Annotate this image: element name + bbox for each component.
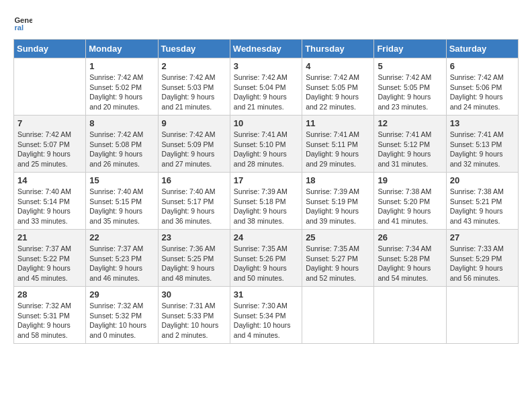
day-info: Sunrise: 7:42 AM Sunset: 5:05 PM Dayligh… (378, 73, 442, 112)
day-number: 27 (450, 232, 515, 242)
calendar-cell: 26Sunrise: 7:34 AM Sunset: 5:28 PM Dayli… (374, 230, 446, 287)
day-info: Sunrise: 7:42 AM Sunset: 5:06 PM Dayligh… (450, 73, 515, 112)
day-info: Sunrise: 7:40 AM Sunset: 5:14 PM Dayligh… (17, 187, 82, 226)
day-info: Sunrise: 7:33 AM Sunset: 5:29 PM Dayligh… (450, 244, 515, 283)
day-number: 15 (89, 175, 154, 185)
calendar-week-row: 28Sunrise: 7:32 AM Sunset: 5:31 PM Dayli… (14, 287, 519, 344)
day-info: Sunrise: 7:40 AM Sunset: 5:15 PM Dayligh… (89, 187, 154, 226)
day-info: Sunrise: 7:42 AM Sunset: 5:04 PM Dayligh… (234, 73, 298, 112)
day-number: 10 (234, 118, 298, 128)
column-header-saturday: Saturday (446, 40, 518, 58)
day-number: 9 (162, 118, 226, 128)
day-number: 13 (450, 118, 515, 128)
day-info: Sunrise: 7:42 AM Sunset: 5:08 PM Dayligh… (89, 130, 154, 169)
day-info: Sunrise: 7:32 AM Sunset: 5:32 PM Dayligh… (89, 301, 154, 340)
column-header-thursday: Thursday (302, 40, 374, 58)
calendar-cell: 18Sunrise: 7:39 AM Sunset: 5:19 PM Dayli… (302, 173, 374, 230)
calendar-cell: 30Sunrise: 7:31 AM Sunset: 5:33 PM Dayli… (158, 287, 230, 344)
calendar-cell: 6Sunrise: 7:42 AM Sunset: 5:06 PM Daylig… (446, 58, 518, 116)
calendar-cell: 13Sunrise: 7:41 AM Sunset: 5:13 PM Dayli… (446, 116, 518, 173)
day-info: Sunrise: 7:39 AM Sunset: 5:18 PM Dayligh… (234, 187, 298, 226)
header: Gene ral (13, 13, 519, 32)
column-header-sunday: Sunday (14, 40, 86, 58)
day-info: Sunrise: 7:35 AM Sunset: 5:26 PM Dayligh… (234, 244, 298, 283)
day-info: Sunrise: 7:37 AM Sunset: 5:23 PM Dayligh… (89, 244, 154, 283)
day-info: Sunrise: 7:36 AM Sunset: 5:25 PM Dayligh… (162, 244, 226, 283)
day-number: 30 (162, 289, 226, 300)
day-info: Sunrise: 7:42 AM Sunset: 5:03 PM Dayligh… (162, 73, 226, 112)
day-info: Sunrise: 7:32 AM Sunset: 5:31 PM Dayligh… (17, 301, 82, 340)
calendar-cell: 15Sunrise: 7:40 AM Sunset: 5:15 PM Dayli… (86, 173, 158, 230)
day-number: 3 (234, 61, 298, 71)
day-number: 2 (162, 61, 226, 71)
calendar-cell: 10Sunrise: 7:41 AM Sunset: 5:10 PM Dayli… (230, 116, 302, 173)
day-number: 18 (306, 175, 370, 185)
calendar-cell: 29Sunrise: 7:32 AM Sunset: 5:32 PM Dayli… (86, 287, 158, 344)
calendar-cell: 1Sunrise: 7:42 AM Sunset: 5:02 PM Daylig… (86, 58, 158, 116)
day-number: 6 (450, 61, 515, 71)
day-number: 17 (234, 175, 298, 185)
column-header-friday: Friday (374, 40, 446, 58)
day-number: 23 (162, 232, 226, 242)
calendar-cell: 20Sunrise: 7:38 AM Sunset: 5:21 PM Dayli… (446, 173, 518, 230)
day-number: 24 (234, 232, 298, 242)
calendar-cell: 9Sunrise: 7:42 AM Sunset: 5:09 PM Daylig… (158, 116, 230, 173)
svg-text:ral: ral (14, 24, 24, 32)
day-info: Sunrise: 7:35 AM Sunset: 5:27 PM Dayligh… (306, 244, 370, 283)
calendar-cell: 7Sunrise: 7:42 AM Sunset: 5:07 PM Daylig… (14, 116, 86, 173)
day-number: 21 (17, 232, 82, 242)
calendar-week-row: 21Sunrise: 7:37 AM Sunset: 5:22 PM Dayli… (14, 230, 519, 287)
day-number: 28 (17, 289, 82, 300)
day-number: 7 (17, 118, 82, 128)
day-info: Sunrise: 7:39 AM Sunset: 5:19 PM Dayligh… (306, 187, 370, 226)
day-number: 8 (89, 118, 154, 128)
calendar-cell: 21Sunrise: 7:37 AM Sunset: 5:22 PM Dayli… (14, 230, 86, 287)
calendar-cell (446, 287, 518, 344)
calendar-cell: 2Sunrise: 7:42 AM Sunset: 5:03 PM Daylig… (158, 58, 230, 116)
day-number: 1 (89, 61, 154, 71)
day-number: 11 (306, 118, 370, 128)
calendar-cell: 25Sunrise: 7:35 AM Sunset: 5:27 PM Dayli… (302, 230, 374, 287)
calendar-header-row: SundayMondayTuesdayWednesdayThursdayFrid… (14, 40, 519, 58)
day-number: 26 (378, 232, 442, 242)
column-header-wednesday: Wednesday (230, 40, 302, 58)
day-info: Sunrise: 7:31 AM Sunset: 5:33 PM Dayligh… (162, 301, 226, 340)
day-info: Sunrise: 7:41 AM Sunset: 5:13 PM Dayligh… (450, 130, 515, 169)
day-info: Sunrise: 7:42 AM Sunset: 5:07 PM Dayligh… (17, 130, 82, 169)
calendar-week-row: 1Sunrise: 7:42 AM Sunset: 5:02 PM Daylig… (14, 58, 519, 116)
calendar-cell (374, 287, 446, 344)
day-number: 31 (234, 289, 298, 300)
day-info: Sunrise: 7:41 AM Sunset: 5:10 PM Dayligh… (234, 130, 298, 169)
calendar-cell: 8Sunrise: 7:42 AM Sunset: 5:08 PM Daylig… (86, 116, 158, 173)
day-info: Sunrise: 7:42 AM Sunset: 5:02 PM Dayligh… (89, 73, 154, 112)
calendar-cell (14, 58, 86, 116)
calendar-week-row: 7Sunrise: 7:42 AM Sunset: 5:07 PM Daylig… (14, 116, 519, 173)
svg-text:Gene: Gene (14, 16, 32, 24)
day-number: 25 (306, 232, 370, 242)
column-header-monday: Monday (86, 40, 158, 58)
day-number: 22 (89, 232, 154, 242)
calendar-cell (302, 287, 374, 344)
column-header-tuesday: Tuesday (158, 40, 230, 58)
calendar-cell: 17Sunrise: 7:39 AM Sunset: 5:18 PM Dayli… (230, 173, 302, 230)
logo: Gene ral (13, 13, 35, 32)
day-info: Sunrise: 7:42 AM Sunset: 5:09 PM Dayligh… (162, 130, 226, 169)
logo-icon: Gene ral (13, 13, 32, 32)
day-number: 29 (89, 289, 154, 300)
calendar-cell: 24Sunrise: 7:35 AM Sunset: 5:26 PM Dayli… (230, 230, 302, 287)
calendar-cell: 4Sunrise: 7:42 AM Sunset: 5:05 PM Daylig… (302, 58, 374, 116)
day-number: 19 (378, 175, 442, 185)
calendar-cell: 23Sunrise: 7:36 AM Sunset: 5:25 PM Dayli… (158, 230, 230, 287)
calendar-cell: 5Sunrise: 7:42 AM Sunset: 5:05 PM Daylig… (374, 58, 446, 116)
calendar-cell: 19Sunrise: 7:38 AM Sunset: 5:20 PM Dayli… (374, 173, 446, 230)
day-info: Sunrise: 7:41 AM Sunset: 5:11 PM Dayligh… (306, 130, 370, 169)
calendar-cell: 3Sunrise: 7:42 AM Sunset: 5:04 PM Daylig… (230, 58, 302, 116)
calendar-cell: 11Sunrise: 7:41 AM Sunset: 5:11 PM Dayli… (302, 116, 374, 173)
calendar-cell: 16Sunrise: 7:40 AM Sunset: 5:17 PM Dayli… (158, 173, 230, 230)
day-info: Sunrise: 7:40 AM Sunset: 5:17 PM Dayligh… (162, 187, 226, 226)
calendar-cell: 12Sunrise: 7:41 AM Sunset: 5:12 PM Dayli… (374, 116, 446, 173)
day-info: Sunrise: 7:38 AM Sunset: 5:20 PM Dayligh… (378, 187, 442, 226)
day-info: Sunrise: 7:38 AM Sunset: 5:21 PM Dayligh… (450, 187, 515, 226)
calendar-cell: 27Sunrise: 7:33 AM Sunset: 5:29 PM Dayli… (446, 230, 518, 287)
day-number: 12 (378, 118, 442, 128)
